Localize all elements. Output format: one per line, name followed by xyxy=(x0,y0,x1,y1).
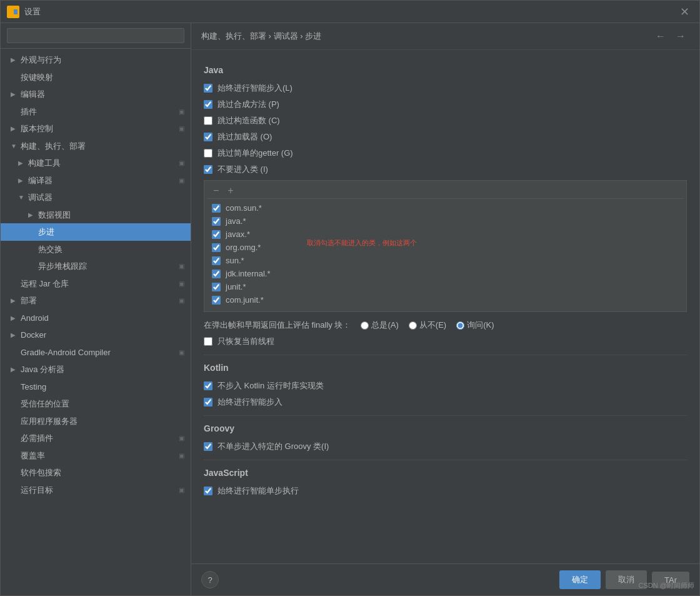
sidebar-item-required-plugins[interactable]: 必需插件 ▣ xyxy=(1,430,191,447)
finally-ask-radio[interactable] xyxy=(456,321,464,330)
sidebar-item-android[interactable]: ▶ Android xyxy=(1,310,191,327)
checkbox-skip-classloader-input[interactable] xyxy=(204,133,212,141)
sidebar-item-gradle-android[interactable]: Gradle-Android Compiler ▣ xyxy=(1,344,191,361)
class-item: com.sun.* xyxy=(207,201,684,215)
sidebar-item-trusted-locations[interactable]: 受信任的位置 xyxy=(1,395,191,413)
add-class-button[interactable]: + xyxy=(225,186,236,196)
checkbox-kotlin-smart-step-input[interactable] xyxy=(204,398,212,407)
checkbox-skip-synthetic-input[interactable] xyxy=(204,100,212,109)
sidebar-item-appearance[interactable]: ▶ 外观与行为 xyxy=(1,51,191,69)
class-item-checkbox[interactable] xyxy=(212,283,221,291)
sidebar-item-label: 软件包搜索 xyxy=(21,467,61,479)
sidebar-item-label: Testing xyxy=(21,381,46,393)
sidebar-item-label: 插件 xyxy=(21,106,37,118)
sidebar-item-label: 热交换 xyxy=(38,243,62,256)
sidebar-item-label: 编译器 xyxy=(28,174,52,187)
class-item-checkbox[interactable] xyxy=(212,217,221,226)
checkbox-no-step-kotlin-runtime-input[interactable] xyxy=(204,381,212,390)
finally-ask-option[interactable]: 询问(K) xyxy=(456,320,494,331)
forward-button[interactable]: → xyxy=(672,29,689,43)
sidebar-item-data-views[interactable]: ▶ 数据视图 xyxy=(1,206,191,224)
sidebar-item-stepping[interactable]: 步进 xyxy=(1,223,191,241)
checkbox-no-step-groovy-input[interactable] xyxy=(204,442,212,451)
sidebar-item-compiler[interactable]: ▶ 编译器 ▣ xyxy=(1,172,191,189)
sidebar-item-app-servers[interactable]: 应用程序服务器 xyxy=(1,413,191,430)
main-content: ▶ 外观与行为 按键映射 ▶ 编辑器 插件 ▣ xyxy=(1,23,699,595)
sidebar-item-remote-jar[interactable]: 远程 Jar 仓库 ▣ xyxy=(1,275,191,293)
arrow-icon: ▶ xyxy=(11,55,18,64)
class-item-checkbox[interactable] xyxy=(212,243,221,252)
sidebar-item-label: 外观与行为 xyxy=(21,54,61,66)
sidebar-item-debugger[interactable]: ▼ 调试器 xyxy=(1,189,191,206)
indicator-icon: ▣ xyxy=(179,158,184,168)
sidebar-item-async-trace[interactable]: 异步堆栈跟踪 ▣ xyxy=(1,258,191,275)
checkbox-skip-classloader: 跳过加载器 (O) xyxy=(204,131,687,143)
sidebar-item-editor[interactable]: ▶ 编辑器 xyxy=(1,86,191,103)
checkbox-smart-step-into-label: 始终进行智能步入(L) xyxy=(218,83,292,94)
class-item-checkbox[interactable] xyxy=(212,230,221,239)
class-item-label: org.omg.* xyxy=(226,243,261,252)
checkbox-no-step-groovy: 不单步进入特定的 Groovy 类(I) xyxy=(204,441,687,452)
settings-content: Java 始终进行智能步入(L) 跳过合成方法 (P) 跳过构造函数 (C) 跳… xyxy=(191,50,699,563)
sidebar-item-docker[interactable]: ▶ Docker xyxy=(1,326,191,344)
search-input[interactable] xyxy=(7,28,184,43)
sidebar-item-run-targets[interactable]: 运行目标 ▣ xyxy=(1,482,191,499)
class-item-label: javax.* xyxy=(226,230,250,239)
finally-never-option[interactable]: 从不(E) xyxy=(409,320,446,331)
indicator-icon: ▣ xyxy=(179,279,184,288)
breadcrumb-text: 构建、执行、部署 › 调试器 › 步进 xyxy=(201,31,321,42)
arrow-icon: ▼ xyxy=(18,193,26,202)
class-item-checkbox[interactable] xyxy=(212,270,221,278)
finally-always-radio[interactable] xyxy=(361,321,369,330)
checkbox-no-step-into-class-input[interactable] xyxy=(204,165,212,174)
finally-radio-group: 在弹出帧和早期返回值上评估 finally 块： 总是(A) 从不(E) 询问(… xyxy=(204,320,687,331)
indicator-icon: ▣ xyxy=(179,433,184,443)
sidebar-item-label: Java 分析器 xyxy=(21,363,64,376)
sidebar-item-build[interactable]: ▼ 构建、执行、部署 xyxy=(1,138,191,155)
arrow-icon: ▶ xyxy=(18,176,26,185)
checkbox-restore-thread-input[interactable] xyxy=(204,337,212,346)
sidebar-item-vcs[interactable]: ▶ 版本控制 ▣ xyxy=(1,120,191,138)
ok-button[interactable]: 确定 xyxy=(559,570,601,589)
finally-always-option[interactable]: 总是(A) xyxy=(361,320,398,331)
sidebar-item-label: 应用程序服务器 xyxy=(21,415,78,428)
back-button[interactable]: ← xyxy=(652,29,669,43)
help-button[interactable]: ? xyxy=(201,571,219,588)
sidebar-item-coverage[interactable]: 覆盖率 ▣ xyxy=(1,447,191,465)
checkbox-no-step-kotlin-runtime: 不步入 Kotlin 运行时库实现类 xyxy=(204,380,687,391)
bottom-bar: ? 确定 取消 TAr xyxy=(191,563,699,595)
finally-never-radio[interactable] xyxy=(409,321,417,330)
sidebar-item-package-search[interactable]: 软件包搜索 xyxy=(1,464,191,482)
arrow-icon: ▶ xyxy=(11,296,18,305)
checkbox-skip-getter-input[interactable] xyxy=(204,149,212,158)
checkbox-restore-thread: 只恢复当前线程 xyxy=(204,336,687,347)
class-item: junit.* xyxy=(207,280,684,293)
arrow-icon: ▼ xyxy=(11,141,18,151)
class-item-checkbox[interactable] xyxy=(212,204,221,213)
checkbox-js-smart-step-input[interactable] xyxy=(204,487,212,495)
checkbox-no-step-kotlin-runtime-label: 不步入 Kotlin 运行时库实现类 xyxy=(218,380,324,391)
checkbox-skip-constructor-input[interactable] xyxy=(204,116,212,125)
class-item-checkbox[interactable] xyxy=(212,296,221,305)
checkbox-smart-step-into-input[interactable] xyxy=(204,84,212,93)
sidebar-item-java-analyzer[interactable]: ▶ Java 分析器 xyxy=(1,361,191,378)
sidebar-item-keymap[interactable]: 按键映射 xyxy=(1,69,191,86)
nav-buttons: ← → xyxy=(652,29,689,43)
sidebar-item-label: 运行目标 xyxy=(21,484,53,497)
sidebar-item-label: 编辑器 xyxy=(21,88,45,101)
remove-class-button[interactable]: − xyxy=(211,186,221,196)
sidebar-item-testing[interactable]: Testing xyxy=(1,378,191,396)
close-button[interactable]: ✕ xyxy=(676,3,693,21)
finally-ask-label: 询问(K) xyxy=(467,320,494,331)
checkbox-kotlin-smart-step-label: 始终进行智能步入 xyxy=(218,396,282,408)
watermark: CSDN @时间师师 xyxy=(639,581,694,590)
checkbox-skip-constructor: 跳过构造函数 (C) xyxy=(204,115,687,126)
sidebar-item-build-tools[interactable]: ▶ 构建工具 ▣ xyxy=(1,154,191,172)
sidebar-item-deploy[interactable]: ▶ 部署 ▣ xyxy=(1,292,191,310)
sidebar-item-hot-swap[interactable]: 热交换 xyxy=(1,241,191,258)
sidebar-item-plugins[interactable]: 插件 ▣ xyxy=(1,103,191,121)
checkbox-no-step-into-class: 不要进入类 (I) xyxy=(204,164,687,175)
class-item-checkbox[interactable] xyxy=(212,256,221,265)
window-title: 设置 xyxy=(24,6,41,18)
finally-never-label: 从不(E) xyxy=(419,320,446,331)
